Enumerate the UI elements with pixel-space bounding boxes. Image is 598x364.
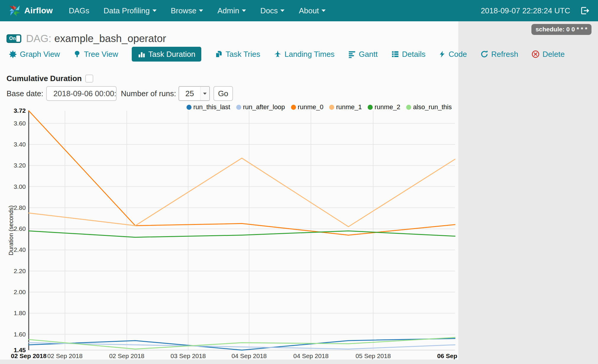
page-title: DAG:example_bash_operator: [26, 33, 166, 44]
legend-label: also_run_this: [413, 103, 452, 111]
y-axis-tick: 3.72: [14, 107, 26, 114]
line-chart-svg: 3.723.603.403.203.002.802.602.402.202.00…: [0, 102, 458, 362]
num-runs-select[interactable]: 25: [179, 86, 210, 101]
nav-item-browse[interactable]: Browse: [164, 0, 210, 21]
series-line-runme_2: [29, 231, 455, 237]
toggle-knob: [16, 36, 20, 42]
tab-delete[interactable]: Delete: [532, 47, 565, 62]
brand-name: Airflow: [24, 6, 53, 15]
utc-clock: 2018-09-07 22:28:24 UTC: [481, 6, 570, 15]
legend-item-runme_0[interactable]: runme_0: [291, 103, 324, 111]
y-axis-tick: 3.60: [14, 120, 26, 127]
x-axis-tick: 02 Sep 2018: [47, 352, 83, 359]
task-duration-chart: run_this_lastrun_after_looprunme_0runme_…: [0, 102, 458, 362]
tab-code[interactable]: Code: [439, 47, 467, 62]
y-axis-tick: 3.20: [14, 162, 26, 169]
nav-item-data-profiling[interactable]: Data Profiling: [97, 0, 164, 21]
nav-item-dags[interactable]: DAGs: [62, 0, 96, 21]
go-button[interactable]: Go: [213, 86, 233, 101]
base-date-label: Base date:: [7, 89, 43, 98]
x-axis-tick: 02 Sep 2018: [11, 352, 47, 359]
legend-label: runme_2: [374, 103, 400, 111]
refresh-icon: [480, 50, 488, 58]
graph-view-icon: [9, 50, 17, 58]
y-axis-tick: 2.00: [14, 289, 26, 295]
gantt-icon: [348, 50, 356, 58]
dag-view-tabs: Graph View Tree View Task Duration: [9, 47, 458, 62]
x-axis-tick: 06 Sep 2018: [437, 352, 458, 359]
schedule-badge: schedule: 0 0 * * *: [531, 24, 591, 35]
tab-task-tries[interactable]: Task Tries: [215, 47, 260, 62]
legend-label: run_after_loop: [243, 103, 285, 111]
tab-refresh[interactable]: Refresh: [480, 47, 518, 62]
select-caret-icon: [200, 87, 209, 100]
legend-item-also_run_this[interactable]: also_run_this: [406, 103, 452, 111]
dag-prefix: DAG:: [26, 33, 52, 44]
nav-item-docs[interactable]: Docs: [253, 0, 292, 21]
tree-view-icon: [73, 50, 81, 58]
y-axis-tick: 1.60: [14, 331, 26, 338]
tab-tree-view[interactable]: Tree View: [73, 47, 118, 62]
y-axis-tick: 2.20: [14, 268, 26, 274]
y-axis-title: Duration (seconds): [8, 205, 14, 255]
legend-item-run_after_loop[interactable]: run_after_loop: [236, 103, 285, 111]
tab-details[interactable]: Details: [391, 47, 425, 62]
series-line-runme_0: [29, 111, 455, 235]
base-date-input[interactable]: [46, 86, 117, 101]
landing-times-icon: [274, 50, 282, 58]
x-axis-tick: 03 Sep 2018: [171, 352, 206, 359]
legend-dot-icon: [406, 105, 411, 110]
nav-item-about[interactable]: About: [292, 0, 333, 21]
tab-graph-view[interactable]: Graph View: [9, 47, 60, 62]
caret-down-icon: [199, 9, 203, 12]
legend-item-runme_2[interactable]: runme_2: [368, 103, 400, 111]
x-axis-tick: 02 Sep 2018: [109, 352, 144, 359]
legend-label: runme_0: [298, 103, 324, 111]
tab-task-duration[interactable]: Task Duration: [132, 47, 201, 62]
task-tries-icon: [215, 50, 223, 58]
legend-dot-icon: [368, 105, 373, 110]
legend-dot-icon: [291, 105, 296, 110]
caret-down-icon: [321, 9, 326, 12]
details-icon: [391, 50, 399, 58]
legend-dot-icon: [236, 105, 241, 110]
series-line-run_after_loop: [29, 343, 455, 349]
legend-label: runme_1: [336, 103, 362, 111]
caret-down-icon: [280, 9, 284, 12]
y-axis-tick: 2.40: [14, 246, 26, 253]
delete-icon: [532, 50, 539, 58]
airflow-task-duration-page: { "navbar": { "brand": "Airflow", "items…: [0, 0, 598, 364]
top-navbar: Airflow DAGs Data Profiling Browse Admin…: [0, 0, 598, 21]
cumulative-duration-checkbox[interactable]: [85, 75, 93, 83]
main-content: On DAG:example_bash_operator Graph View …: [0, 21, 458, 360]
legend-label: run_this_last: [193, 103, 230, 111]
x-axis-tick: 04 Sep 2018: [293, 352, 329, 359]
y-axis-tick: 2.60: [14, 225, 26, 232]
nav-menu: DAGs Data Profiling Browse Admin Docs Ab…: [62, 0, 333, 21]
dag-header: On DAG:example_bash_operator: [7, 33, 458, 44]
caret-down-icon: [242, 9, 246, 12]
code-icon: [439, 50, 446, 58]
caret-down-icon: [152, 9, 157, 12]
airflow-brand[interactable]: Airflow: [8, 4, 53, 17]
cumulative-duration-label: Cumulative Duration: [7, 74, 82, 83]
tab-gantt[interactable]: Gantt: [348, 47, 378, 62]
airflow-pinwheel-logo-icon: [8, 4, 21, 17]
dag-on-toggle[interactable]: On: [7, 34, 21, 43]
legend-item-runme_1[interactable]: runme_1: [329, 103, 362, 111]
legend-item-run_this_last[interactable]: run_this_last: [187, 103, 230, 111]
nav-item-admin[interactable]: Admin: [210, 0, 253, 21]
y-axis-tick: 3.00: [14, 183, 26, 190]
series-line-runme_1: [29, 158, 455, 227]
y-axis-tick: 2.80: [14, 204, 26, 211]
tab-landing-times[interactable]: Landing Times: [274, 47, 335, 62]
dag-name: example_bash_operator: [54, 33, 166, 44]
y-axis-tick: 3.40: [14, 141, 26, 148]
x-axis-tick: 05 Sep 2018: [356, 352, 391, 359]
logout-icon[interactable]: [580, 6, 590, 15]
chart-legend: run_this_lastrun_after_looprunme_0runme_…: [187, 103, 452, 111]
task-duration-icon: [138, 50, 145, 58]
legend-dot-icon: [187, 105, 192, 110]
legend-dot-icon: [329, 105, 334, 110]
y-axis-tick: 1.80: [14, 310, 26, 316]
